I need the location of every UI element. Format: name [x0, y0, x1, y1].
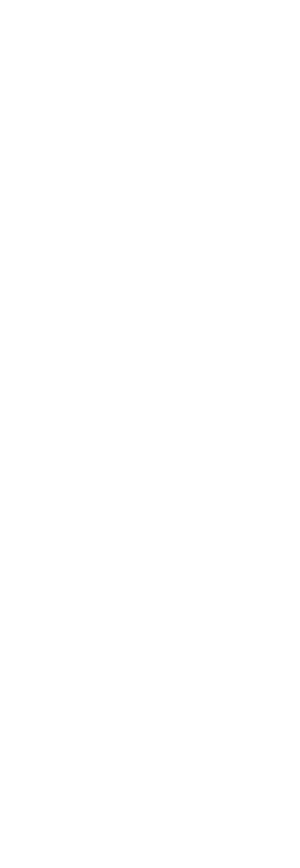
arrows-layer [0, 0, 300, 11]
